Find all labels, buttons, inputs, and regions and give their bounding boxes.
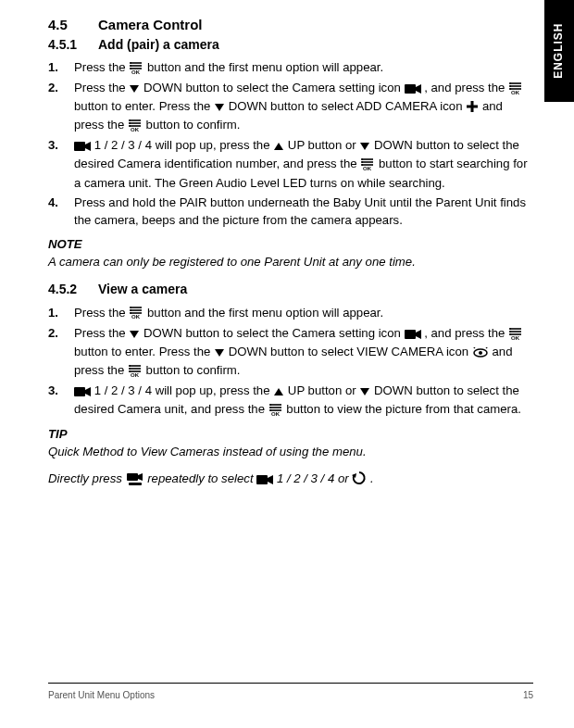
svg-rect-46 xyxy=(405,330,416,339)
step-text: 1 / 2 / 3 / 4 will pop up, press the UP … xyxy=(74,382,533,419)
svg-marker-28 xyxy=(85,142,91,151)
camera-icon xyxy=(405,83,421,94)
svg-point-73 xyxy=(269,404,271,406)
note-heading: NOTE xyxy=(48,235,533,253)
page-footer: Parent Unit Menu Options 15 xyxy=(0,683,574,703)
svg-point-51 xyxy=(509,330,511,332)
step-number: 2. xyxy=(48,324,74,380)
down-arrow-icon xyxy=(214,102,225,113)
steps-list-add: 1.Press the OK button and the first menu… xyxy=(48,57,533,230)
language-tab-label: ENGLISH xyxy=(551,23,567,79)
page-body: 4.5 Camera Control 4.5.1 Add (pair) a ca… xyxy=(0,0,574,488)
step-text: Press the OK button and the first menu o… xyxy=(74,58,533,77)
camera-select-icon xyxy=(126,472,144,485)
step-number: 3. xyxy=(48,136,74,191)
menu-ok-icon: OK xyxy=(508,82,523,94)
svg-point-21 xyxy=(129,119,131,121)
step-item: 3. 1 / 2 / 3 / 4 will pop up, press the … xyxy=(48,135,533,192)
step-item: 2.Press the DOWN button to select the Ca… xyxy=(48,78,533,135)
step-item: 3. 1 / 2 / 3 / 4 will pop up, press the … xyxy=(48,381,533,420)
camera-icon xyxy=(74,141,91,152)
step-text: 1 / 2 / 3 / 4 will pop up, press the UP … xyxy=(74,136,533,191)
down-arrow-icon xyxy=(359,141,370,152)
menu-ok-icon: OK xyxy=(268,403,283,416)
svg-point-39 xyxy=(130,307,131,308)
svg-marker-17 xyxy=(215,104,224,111)
svg-rect-79 xyxy=(127,473,138,481)
subsection-heading: 4.5.2 View a camera xyxy=(48,280,533,298)
section-heading: 4.5 Camera Control xyxy=(48,15,533,35)
svg-marker-29 xyxy=(274,143,283,150)
svg-marker-83 xyxy=(268,475,273,484)
menu-ok-icon: OK xyxy=(129,306,144,319)
svg-point-1 xyxy=(130,62,131,64)
svg-marker-9 xyxy=(416,84,421,94)
svg-point-32 xyxy=(361,158,363,160)
subsection-title: Add (pair) a camera xyxy=(98,35,219,54)
svg-point-62 xyxy=(129,365,131,367)
down-arrow-icon xyxy=(214,347,225,358)
step-text: Press the DOWN button to select the Came… xyxy=(74,324,533,380)
svg-rect-19 xyxy=(467,106,478,108)
step-number: 1. xyxy=(48,58,74,77)
svg-rect-68 xyxy=(74,387,85,396)
step-item: 1.Press the OK button and the first menu… xyxy=(48,303,533,323)
cycle-icon xyxy=(352,471,367,485)
step-text: Press the OK button and the first menu o… xyxy=(74,304,533,322)
down-arrow-icon xyxy=(359,386,370,397)
menu-ok-icon: OK xyxy=(360,157,375,170)
step-item: 2.Press the DOWN button to select the Ca… xyxy=(48,323,533,381)
svg-text:OK: OK xyxy=(511,335,520,340)
step-text: Press the DOWN button to select the Came… xyxy=(74,79,533,134)
svg-point-23 xyxy=(129,122,131,124)
up-arrow-icon xyxy=(273,141,284,152)
svg-text:OK: OK xyxy=(511,90,520,94)
svg-marker-7 xyxy=(130,85,139,93)
svg-rect-27 xyxy=(74,142,85,151)
footer-rule xyxy=(48,683,533,684)
svg-point-49 xyxy=(509,327,511,329)
svg-line-60 xyxy=(486,347,488,348)
camera-icon xyxy=(74,386,91,397)
camera-icon xyxy=(405,329,421,340)
svg-point-75 xyxy=(269,407,271,408)
step-text: Press and hold the PAIR button underneat… xyxy=(74,194,533,229)
section-number: 4.5 xyxy=(48,15,98,35)
svg-rect-8 xyxy=(405,84,416,94)
step-item: 1.Press the OK button and the first menu… xyxy=(48,57,533,78)
subsection-number: 4.5.2 xyxy=(48,280,98,298)
step-number: 3. xyxy=(48,382,74,419)
step-item: 4.Press and hold the PAIR button underne… xyxy=(48,193,533,230)
note-text: A camera can only be registered to one P… xyxy=(48,253,533,270)
language-tab: ENGLISH xyxy=(544,0,574,102)
svg-marker-80 xyxy=(138,473,143,481)
svg-text:OK: OK xyxy=(363,166,372,170)
svg-point-13 xyxy=(509,85,511,87)
svg-point-57 xyxy=(479,351,482,355)
subsection-title: View a camera xyxy=(98,280,187,298)
svg-rect-82 xyxy=(256,475,268,484)
steps-list-view: 1.Press the OK button and the first menu… xyxy=(48,303,533,420)
svg-text:OK: OK xyxy=(271,411,281,416)
svg-point-64 xyxy=(129,368,131,370)
subsection-heading: 4.5.1 Add (pair) a camera xyxy=(48,35,533,54)
svg-point-3 xyxy=(130,65,131,67)
step-number: 4. xyxy=(48,194,74,229)
section-title: Camera Control xyxy=(98,15,203,35)
svg-point-11 xyxy=(509,82,511,84)
eye-icon xyxy=(472,347,489,358)
down-arrow-icon xyxy=(129,329,140,340)
svg-marker-70 xyxy=(274,388,283,395)
svg-marker-69 xyxy=(85,387,91,396)
svg-marker-45 xyxy=(130,331,139,338)
up-arrow-icon xyxy=(273,386,284,397)
svg-marker-55 xyxy=(215,349,224,357)
tip-line-2: Directly press repeatedly to select 1 / … xyxy=(48,470,533,488)
svg-text:OK: OK xyxy=(131,314,141,319)
svg-line-58 xyxy=(473,347,475,348)
down-arrow-icon xyxy=(129,83,140,94)
svg-marker-30 xyxy=(360,143,369,150)
plus-icon xyxy=(466,100,479,113)
camera-icon xyxy=(256,474,273,485)
menu-ok-icon: OK xyxy=(129,61,144,74)
